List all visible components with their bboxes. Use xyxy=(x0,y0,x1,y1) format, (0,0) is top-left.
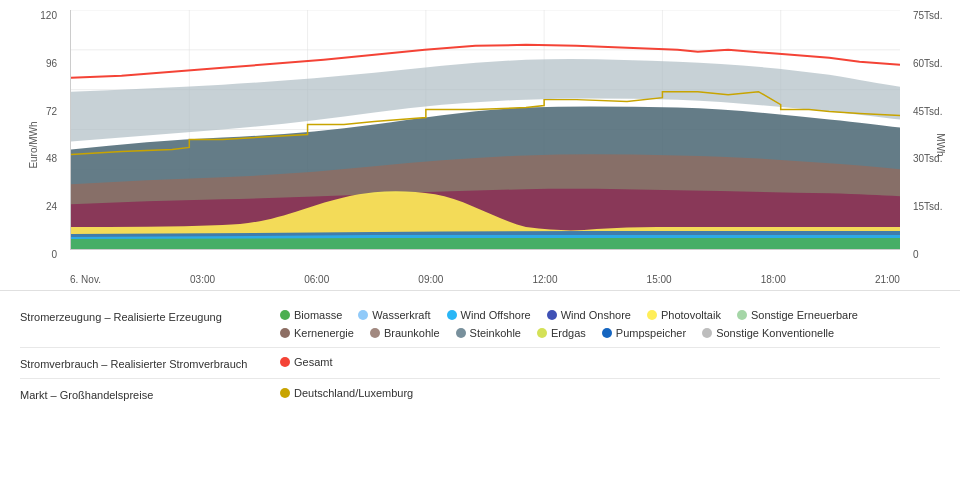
legend-section-2: Markt – GroßhandelspreiseDeutschland/Lux… xyxy=(20,379,940,409)
legend-dot-0-5 xyxy=(737,310,747,320)
chart-container: Euro/MWh MWh 0 24 48 72 96 120 0 15Tsd. … xyxy=(0,0,960,290)
legend-item-0-8: Steinkohle xyxy=(456,327,521,339)
legend-label-0-3: Wind Onshore xyxy=(561,309,631,321)
legend-label-0-5: Sonstige Erneuerbare xyxy=(751,309,858,321)
legend-item-0-11: Sonstige Konventionelle xyxy=(702,327,834,339)
x-axis: 6. Nov. 03:00 06:00 09:00 12:00 15:00 18… xyxy=(70,274,900,285)
legend-label-0-9: Erdgas xyxy=(551,327,586,339)
legend-label-0-6: Kernenergie xyxy=(294,327,354,339)
legend-section-title-2: Markt – Großhandelspreise xyxy=(20,387,280,401)
legend-dot-0-1 xyxy=(358,310,368,320)
legend-section-title-0: Stromerzeugung – Realisierte Erzeugung xyxy=(20,309,280,323)
legend-label-1-0: Gesamt xyxy=(294,356,333,368)
legend-dot-0-8 xyxy=(456,328,466,338)
legend-label-0-11: Sonstige Konventionelle xyxy=(716,327,834,339)
legend-item-0-4: Photovoltaik xyxy=(647,309,721,321)
legend-dot-0-7 xyxy=(370,328,380,338)
legend-item-2-0: Deutschland/Luxemburg xyxy=(280,387,413,399)
legend-item-1-0: Gesamt xyxy=(280,356,333,368)
legend-label-0-1: Wasserkraft xyxy=(372,309,430,321)
y-axis-left: 0 24 48 72 96 120 xyxy=(0,10,65,260)
legend-dot-0-9 xyxy=(537,328,547,338)
legend-dot-1-0 xyxy=(280,357,290,367)
legend-dot-2-0 xyxy=(280,388,290,398)
legend-item-0-1: Wasserkraft xyxy=(358,309,430,321)
legend-dot-0-0 xyxy=(280,310,290,320)
legend-item-0-10: Pumpspeicher xyxy=(602,327,686,339)
legend-item-0-6: Kernenergie xyxy=(280,327,354,339)
legend-section-0: Stromerzeugung – Realisierte ErzeugungBi… xyxy=(20,301,940,348)
legend-label-0-0: Biomasse xyxy=(294,309,342,321)
legend-label-0-2: Wind Offshore xyxy=(461,309,531,321)
legend-label-0-7: Braunkohle xyxy=(384,327,440,339)
legend-label-2-0: Deutschland/Luxemburg xyxy=(294,387,413,399)
legend-item-0-9: Erdgas xyxy=(537,327,586,339)
legend-dot-0-6 xyxy=(280,328,290,338)
legend-label-0-8: Steinkohle xyxy=(470,327,521,339)
legend-items-2: Deutschland/Luxemburg xyxy=(280,387,940,399)
legend-dot-0-11 xyxy=(702,328,712,338)
legend-label-0-4: Photovoltaik xyxy=(661,309,721,321)
chart-area xyxy=(70,10,900,250)
legend-dot-0-2 xyxy=(447,310,457,320)
legend-section-title-1: Stromverbrauch – Realisierter Stromverbr… xyxy=(20,356,280,370)
legend-container: Stromerzeugung – Realisierte ErzeugungBi… xyxy=(0,290,960,419)
legend-section-1: Stromverbrauch – Realisierter Stromverbr… xyxy=(20,348,940,379)
legend-item-0-2: Wind Offshore xyxy=(447,309,531,321)
legend-item-0-5: Sonstige Erneuerbare xyxy=(737,309,858,321)
legend-item-0-7: Braunkohle xyxy=(370,327,440,339)
legend-dot-0-3 xyxy=(547,310,557,320)
legend-item-0-0: Biomasse xyxy=(280,309,342,321)
legend-items-1: Gesamt xyxy=(280,356,940,368)
chart-svg xyxy=(71,10,900,249)
legend-dot-0-4 xyxy=(647,310,657,320)
legend-item-0-3: Wind Onshore xyxy=(547,309,631,321)
legend-label-0-10: Pumpspeicher xyxy=(616,327,686,339)
legend-dot-0-10 xyxy=(602,328,612,338)
legend-items-0: BiomasseWasserkraftWind OffshoreWind Ons… xyxy=(280,309,940,339)
y-axis-right: 0 15Tsd. 30Tsd. 45Tsd. 60Tsd. 75Tsd. xyxy=(905,10,960,260)
